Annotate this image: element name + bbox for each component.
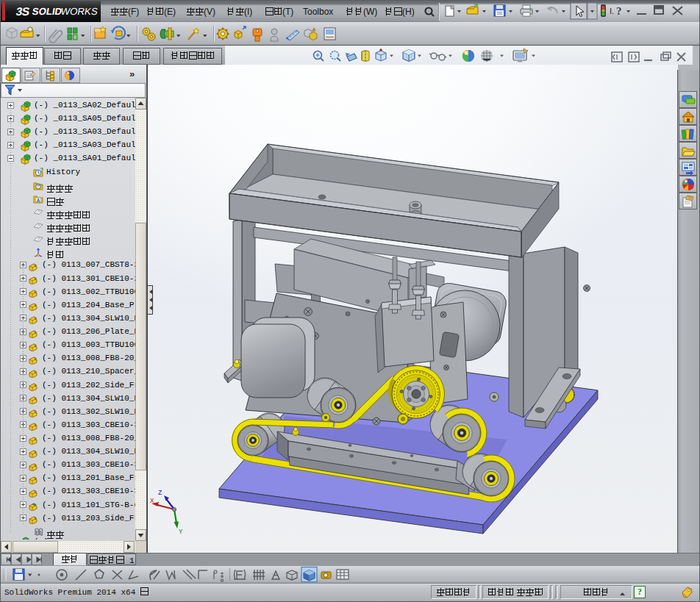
- svg-text:WORKS: WORKS: [60, 7, 99, 18]
- svg-text:3S: 3S: [15, 5, 30, 18]
- svg-text:SOLID: SOLID: [32, 7, 63, 18]
- svg-text:I.: I.: [610, 7, 614, 15]
- svg-text:?: ?: [616, 5, 622, 17]
- svg-text:Y: Y: [179, 528, 183, 536]
- svg-text:X: X: [150, 498, 154, 505]
- svg-text:Z: Z: [158, 490, 162, 497]
